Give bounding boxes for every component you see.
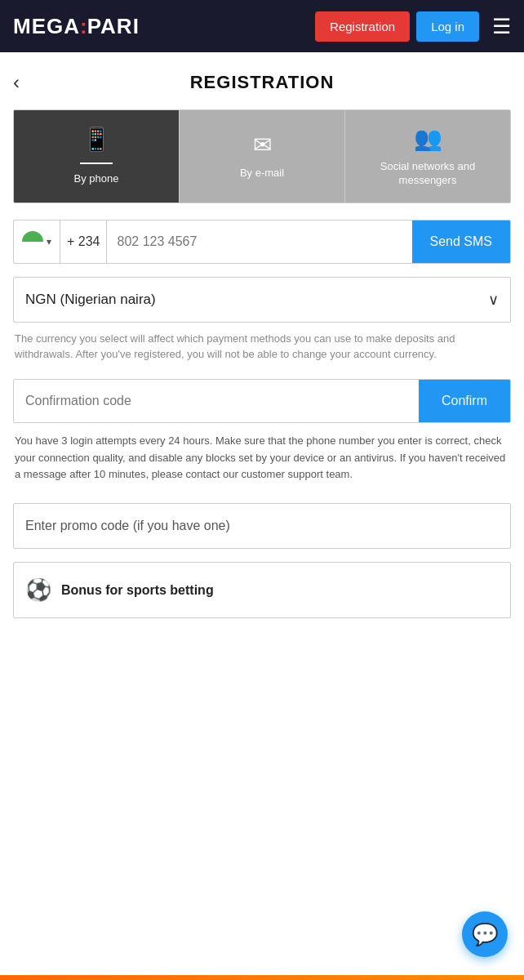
confirmation-code-input[interactable] (14, 380, 419, 422)
promo-code-wrap[interactable]: Enter promo code (if you have one) (13, 503, 511, 549)
header-buttons: Registration Log in ☰ (315, 11, 511, 42)
tab-phone[interactable]: 📱 By phone (14, 110, 180, 203)
header-registration-button[interactable]: Registration (315, 11, 410, 42)
currency-select-wrap[interactable]: NGN (Nigerian naira) ∨ (13, 277, 511, 323)
phone-row: ▾ + 234 Send SMS (13, 220, 511, 264)
page-content: ‹ REGISTRATION 📱 By phone ✉ By e-mail 👥 … (0, 52, 524, 684)
promo-label: Enter promo code (if you have one) (25, 519, 230, 532)
currency-label: NGN (Nigerian naira) (25, 292, 156, 308)
confirm-button[interactable]: Confirm (419, 380, 510, 422)
chat-icon: 💬 (472, 922, 498, 947)
chat-bubble-button[interactable]: 💬 (462, 911, 508, 957)
social-tab-icon: 👥 (414, 125, 442, 152)
flag-chevron-icon: ▾ (47, 236, 51, 247)
country-code: + 234 (60, 220, 107, 263)
nigeria-flag (22, 231, 43, 252)
flag-top (22, 231, 43, 242)
email-tab-icon: ✉ (253, 131, 272, 158)
logo-dot-red: : (80, 14, 87, 39)
flag-bottom (22, 242, 43, 252)
phone-tab-icon: 📱 (82, 126, 111, 153)
social-tab-label: Social networks and messengers (352, 160, 504, 188)
tab-underline (80, 163, 113, 164)
send-sms-button[interactable]: Send SMS (412, 220, 510, 263)
currency-chevron-icon: ∨ (488, 291, 499, 309)
phone-tab-label: By phone (74, 172, 119, 186)
bonus-wrap[interactable]: ⚽ Bonus for sports betting (13, 562, 511, 618)
page-title: REGISTRATION (190, 72, 335, 93)
logo-pari: PARI (87, 14, 140, 39)
tab-social[interactable]: 👥 Social networks and messengers (345, 110, 510, 203)
logo-mega: MEGA (13, 14, 80, 39)
back-button[interactable]: ‹ (13, 71, 20, 94)
confirm-row: Confirm (13, 379, 511, 423)
bonus-label: Bonus for sports betting (61, 583, 214, 598)
bottom-bar (0, 975, 524, 980)
page-header: ‹ REGISTRATION (13, 52, 511, 109)
hamburger-icon[interactable]: ☰ (492, 16, 511, 37)
currency-select-inner[interactable]: NGN (Nigerian naira) ∨ (14, 278, 510, 322)
flag-selector[interactable]: ▾ (14, 220, 60, 263)
soccer-icon: ⚽ (25, 577, 51, 603)
registration-tabs: 📱 By phone ✉ By e-mail 👥 Social networks… (13, 109, 511, 203)
tab-email[interactable]: ✉ By e-mail (180, 110, 345, 203)
header-login-button[interactable]: Log in (416, 11, 479, 42)
currency-hint: The currency you select will affect whic… (13, 331, 511, 363)
email-tab-label: By e-mail (240, 167, 284, 180)
confirm-hint: You have 3 login attempts every 24 hours… (13, 433, 511, 483)
phone-input[interactable] (107, 220, 411, 263)
header: MEGA : PARI Registration Log in ☰ (0, 0, 524, 52)
logo: MEGA : PARI (13, 14, 140, 39)
